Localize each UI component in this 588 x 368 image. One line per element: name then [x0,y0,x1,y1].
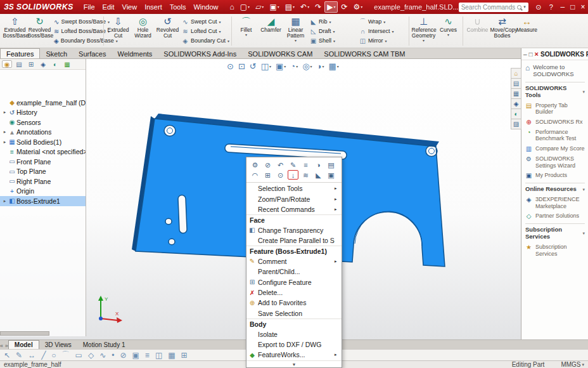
draft-analysis-icon[interactable]: ◣ [313,170,324,180]
display-style-button[interactable]: ◔ ▾ [288,61,300,72]
selection-tools[interactable]: Selection Tools ▸ [246,183,342,194]
move-copy-bodies-button[interactable]: ⇄ Move/Copy Bodies [490,15,514,39]
close-pane-icon[interactable]: × [535,50,539,58]
menu-item[interactable]: Window [189,1,222,13]
expand-arrow-icon[interactable]: ▸ [2,110,8,115]
reference-geometry-button[interactable]: ⊥ Reference Geometry ▾ [411,15,436,43]
partner-solutions-link[interactable]: ◇ Partner Solutions [525,213,585,220]
normal-to-icon[interactable]: ↓ [288,170,298,180]
mirror-button[interactable]: ◫ Mirror ▾ [357,36,407,46]
command-tab[interactable]: SOLIDWORKS CAM TBM [318,49,411,58]
rib-button[interactable]: ◣ Rib ▾ [308,17,357,27]
apply-scene-button[interactable]: ▦ ▾ [326,61,340,72]
rollback-icon[interactable]: ↶ [275,160,286,169]
command-tab[interactable]: Weldments [112,49,158,58]
tree-item-history[interactable]: ▸ ↺ History [0,108,86,118]
command-tab[interactable]: Surfaces [73,49,112,58]
search-input[interactable]: Search Commands ▾ [459,3,528,12]
expand-arrow-icon[interactable]: ▸ [2,140,8,145]
previous-view-button[interactable]: ↺ [248,61,259,72]
boundary-boss-base-button[interactable]: ◈ Boundary Boss/Base ▾ [52,36,101,46]
solidworks-resources-tab[interactable]: ⌂ [511,68,521,79]
close-window-button[interactable]: × [578,1,588,14]
tree-item-top-plane[interactable]: ▭ Top Plane [0,167,86,177]
offset-icon[interactable]: ≡ [300,160,311,169]
line-tool-icon[interactable]: ╱ [41,351,46,360]
zebra-stripes-icon[interactable]: ≋ [300,170,311,180]
point-tool-icon[interactable]: • [112,351,114,360]
welcome-link[interactable]: ⌂ Welcome to SOLIDWORKS [525,63,585,78]
performance-benchmark-link[interactable]: ◔ Performance Benchmark Test [525,129,585,142]
tree-horizontal-scrollbar[interactable] [0,331,49,336]
propertymanager-tab[interactable]: ▤ [14,60,24,68]
tree-item-part[interactable]: ◆ example_frame_half (Def... [0,98,86,108]
save-button[interactable]: ▣ ▾ [267,1,281,13]
settings-wizard-link[interactable]: ⚙ SOLIDWORKS Settings Wizard [525,155,585,169]
configurationmanager-tab[interactable]: ⊞ [26,60,36,68]
measure-button[interactable]: ↔ Measure [514,15,539,33]
print-button[interactable]: ▤ ▾ [283,1,297,13]
offset-entities-icon[interactable]: ≡ [145,351,150,360]
custom-properties-tab[interactable]: ▨ [511,119,521,129]
revolved-boss-base-button[interactable]: ↻ Revolved Boss/Base [27,15,52,39]
model-tab[interactable]: 3D Views [39,341,77,349]
tree-item-right-plane[interactable]: ▭ Right Plane [0,176,86,187]
cam-feature-tab[interactable]: ▦ [62,60,72,68]
units-dropdown-icon[interactable]: ▾ [582,362,584,367]
menu-item[interactable]: View [118,1,141,13]
trim-tool-icon[interactable]: ⊘ [120,351,126,360]
appearances-tab[interactable]: ◐ [511,108,521,119]
restore-pane-icon[interactable]: □ [529,51,533,58]
draft-button[interactable]: ◺ Draft ▾ [308,27,357,36]
section-header[interactable]: Subscription Services ▾ [525,227,585,240]
context-menu-expand-button[interactable]: ▾ [246,360,342,368]
chamfer-button[interactable]: ◢ Chamfer [259,15,283,33]
my-products-link[interactable]: ▣ My Products [525,172,585,179]
grid-snap-icon[interactable]: ⊞ [181,351,188,360]
edit-feature-icon[interactable]: ⚙ [250,160,260,169]
zoom-pan-rotate[interactable]: Zoom/Pan/Rotate ▸ [246,194,342,204]
view-orientation-button[interactable]: ▣ ▾ [274,61,288,72]
marketplace-link[interactable]: ◈ 3DEXPERIENCE Marketplace [525,196,585,209]
body-header[interactable]: Body [246,319,342,329]
options-button[interactable]: ⚙ ▾ [351,1,366,13]
configure-feature[interactable]: ⊞ Configure Feature [246,277,342,287]
property-tab-builder-link[interactable]: ▤ Property Tab Builder [525,102,585,115]
tree-item-annotations[interactable]: ▸ ▲ Annotations [0,128,86,138]
restore-window-button[interactable]: □ [568,1,578,14]
select-other-icon[interactable]: ⊞ [262,170,273,180]
appearance-icon[interactable]: ◑ [313,160,324,169]
command-tab[interactable]: Features [0,48,40,58]
lofted-boss-base-button[interactable]: ≋ Lofted Boss/Base ▾ [52,27,101,36]
polygon-tool-icon[interactable]: ◇ [88,351,94,360]
swept-cut-button[interactable]: ∿ Swept Cut ▾ [180,17,229,27]
home-button[interactable]: ⌂ [227,1,237,13]
tree-item-sensors[interactable]: ◉ Sensors [0,117,86,128]
save-selection[interactable]: Save Selection [246,308,342,319]
undo-button[interactable]: ↶ ▾ [298,1,312,13]
status-units[interactable]: MMGS [561,361,580,368]
rectangle-tool-icon[interactable]: ▭ [75,351,82,360]
minimize-pane-icon[interactable]: – [523,51,527,58]
zoom-fit-button[interactable]: ⊙ [225,61,236,72]
select-tool-icon[interactable]: ↖ [4,351,10,360]
delete[interactable]: ✗ Delete... [246,287,342,298]
sketch-tool-icon[interactable]: ✎ [16,351,22,360]
tree-item-boss-extrude1[interactable]: ▸ ◧ Boss-Extrude1 [0,196,86,206]
command-tab[interactable]: SOLIDWORKS Add-Ins [158,49,242,58]
featureworks[interactable]: ◆ FeatureWorks... ▸ [246,350,342,360]
zoom-to-selection-icon[interactable]: ⊙ [275,170,286,180]
spline-tool-icon[interactable]: ∿ [99,351,106,360]
solidworks-rx-link[interactable]: ⊕ SOLIDWORKS Rx [525,119,585,126]
more-commands-icon[interactable]: ▣ [326,170,336,180]
subscription-services-link[interactable]: ★ Subscription Services [525,244,585,257]
search-icon[interactable] [517,5,521,10]
compare-my-score-link[interactable]: ▥ Compare My Score [525,145,585,152]
convert-entities-icon[interactable]: ▣ [132,351,139,360]
tree-item-origin[interactable]: + Origin [0,187,86,197]
circle-tool-icon[interactable]: ○ [51,351,56,360]
redo-button[interactable]: ↷ [312,1,324,13]
material-icon[interactable]: ▤ [326,160,336,169]
new-document-button[interactable]: ▢ ▾ [238,1,252,13]
recent-commands[interactable]: Recent Commands ▸ [246,204,342,214]
